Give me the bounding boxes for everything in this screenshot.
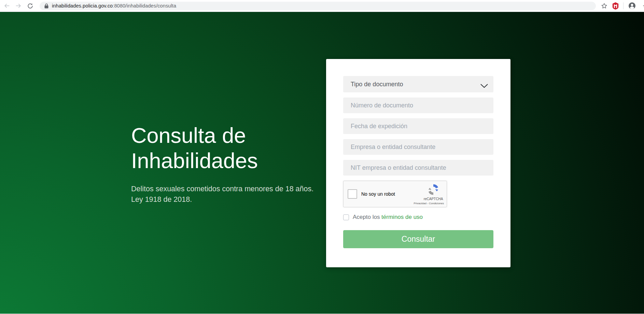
document-number-input[interactable] — [343, 98, 493, 113]
bookmark-star-icon[interactable] — [601, 2, 608, 10]
toolbar-separator — [623, 2, 624, 9]
terms-of-use-link[interactable]: términos de uso — [381, 214, 423, 220]
recaptcha-checkbox[interactable] — [348, 189, 357, 199]
company-nit-input[interactable] — [343, 160, 493, 176]
document-type-select[interactable]: Tipo de documento — [343, 76, 493, 92]
consulta-form-card: Tipo de documento No soy un robot — [326, 59, 510, 267]
expedition-date-input[interactable] — [343, 118, 493, 134]
profile-avatar-icon[interactable] — [628, 2, 636, 10]
terms-label: Acepto los términos de uso — [353, 214, 423, 221]
chevron-down-icon — [480, 83, 488, 90]
forward-icon[interactable] — [15, 2, 22, 9]
back-icon[interactable] — [3, 2, 10, 9]
reload-icon[interactable] — [27, 2, 33, 9]
browser-toolbar: inhabilidades.policia.gov.co:8080/inhabi… — [0, 0, 644, 12]
recaptcha-brand-name: reCAPTCHA — [423, 197, 443, 201]
url-text: inhabilidades.policia.gov.co:8080/inhabi… — [52, 3, 176, 9]
recaptcha-widget: No soy un robot reCAPTCHA Privacidad - C… — [343, 181, 447, 207]
page-subtitle-line1: Delitos sexuales cometidos contra menore… — [131, 184, 313, 194]
page-subtitle-line2: Ley 1918 de 2018. — [131, 194, 313, 205]
recaptcha-privacy-links[interactable]: Privacidad - Condiciones — [414, 202, 444, 205]
page-subtitle: Delitos sexuales cometidos contra menore… — [131, 184, 313, 205]
recaptcha-brand: reCAPTCHA — [423, 184, 443, 201]
mcafee-extension-icon[interactable] — [612, 2, 619, 10]
company-name-input[interactable] — [343, 139, 493, 155]
terms-label-prefix: Acepto los — [353, 214, 381, 220]
hero-text: Consulta de Inhabilidades Delitos sexual… — [131, 123, 313, 205]
terms-checkbox[interactable] — [343, 214, 349, 220]
recaptcha-logo-icon — [428, 184, 439, 197]
address-bar[interactable]: inhabilidades.policia.gov.co:8080/inhabi… — [40, 2, 596, 10]
url-path: :8080/inhabilidades/consulta — [113, 3, 176, 9]
url-domain: inhabilidades.policia.gov.co — [52, 3, 113, 9]
page-title-line1: Consulta de — [131, 123, 313, 148]
consultar-button[interactable]: Consultar — [343, 230, 493, 248]
document-type-value: Tipo de documento — [351, 81, 403, 88]
consulta-page: Consulta de Inhabilidades Delitos sexual… — [0, 12, 644, 314]
page-title: Consulta de Inhabilidades — [131, 123, 313, 174]
lock-icon[interactable] — [44, 3, 48, 9]
terms-row: Acepto los términos de uso — [343, 214, 493, 221]
browser-menu-icon[interactable]: ⋮ — [641, 4, 644, 8]
page-title-line2: Inhabilidades — [131, 148, 313, 173]
